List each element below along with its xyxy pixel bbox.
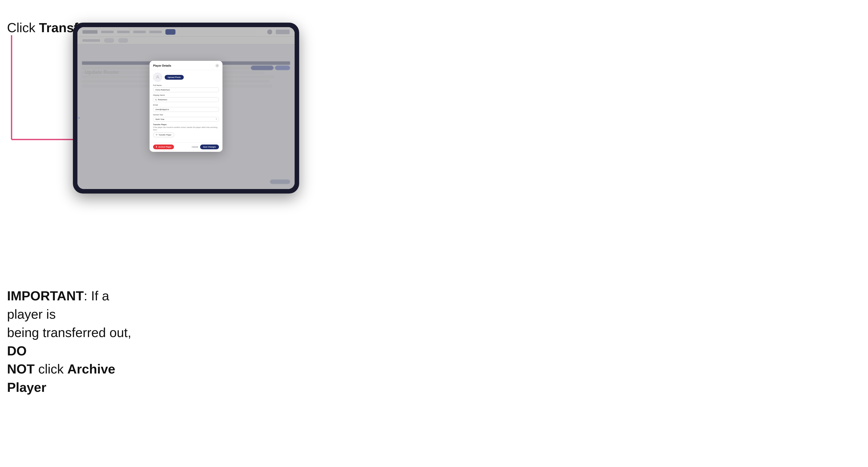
email-group: Email xyxy=(153,104,219,112)
display-name-input[interactable] xyxy=(153,97,219,102)
email-input[interactable] xyxy=(153,107,219,112)
modal-body: Upload Photo Full Name Display Name Emai… xyxy=(150,70,222,142)
instruction-bottom: IMPORTANT: If a player is being transfer… xyxy=(7,287,148,397)
transfer-player-description: If this player has moved to another scho… xyxy=(153,126,219,131)
save-changes-button[interactable]: Save Changes xyxy=(200,145,219,149)
display-name-group: Display Name xyxy=(153,94,219,102)
svg-point-3 xyxy=(157,76,158,77)
transfer-btn-label: Transfer Player xyxy=(159,134,172,136)
tablet-screen: Update Roster Player Details × xyxy=(78,27,294,189)
transfer-player-button[interactable]: ⟳ Transfer Player xyxy=(153,132,174,137)
archive-icon: ⬇ xyxy=(156,146,157,148)
full-name-group: Full Name xyxy=(153,84,219,92)
tablet-device: Update Roster Player Details × xyxy=(73,23,299,193)
modal-footer: ⬇ Archive Player Cancel Save Changes xyxy=(150,142,222,152)
full-name-input[interactable] xyxy=(153,88,219,92)
avatar-circle xyxy=(153,73,162,82)
modal-close-button[interactable]: × xyxy=(215,64,219,67)
school-year-label: School Year xyxy=(153,114,219,116)
transfer-player-section: Transfer Player If this player has moved… xyxy=(153,123,219,137)
archive-btn-label: Archive Player xyxy=(158,146,172,148)
school-year-select[interactable]: First Year Second Year Third Year Fourth… xyxy=(153,117,219,122)
email-label: Email xyxy=(153,104,219,106)
school-year-group: School Year First Year Second Year Third… xyxy=(153,114,219,122)
school-year-select-wrapper: First Year Second Year Third Year Fourth… xyxy=(153,116,219,122)
archive-player-button[interactable]: ⬇ Archive Player xyxy=(153,145,174,149)
cancel-button[interactable]: Cancel xyxy=(192,146,198,148)
transfer-icon: ⟳ xyxy=(156,134,158,136)
upload-photo-button[interactable]: Upload Photo xyxy=(165,75,184,80)
modal-title: Player Details xyxy=(153,64,171,67)
display-name-label: Display Name xyxy=(153,94,219,96)
player-details-modal: Player Details × Upload Photo xyxy=(150,61,222,152)
avatar-upload-row: Upload Photo xyxy=(153,73,219,82)
transfer-player-label: Transfer Player xyxy=(153,123,219,126)
full-name-label: Full Name xyxy=(153,84,219,87)
modal-header: Player Details × xyxy=(150,61,222,70)
